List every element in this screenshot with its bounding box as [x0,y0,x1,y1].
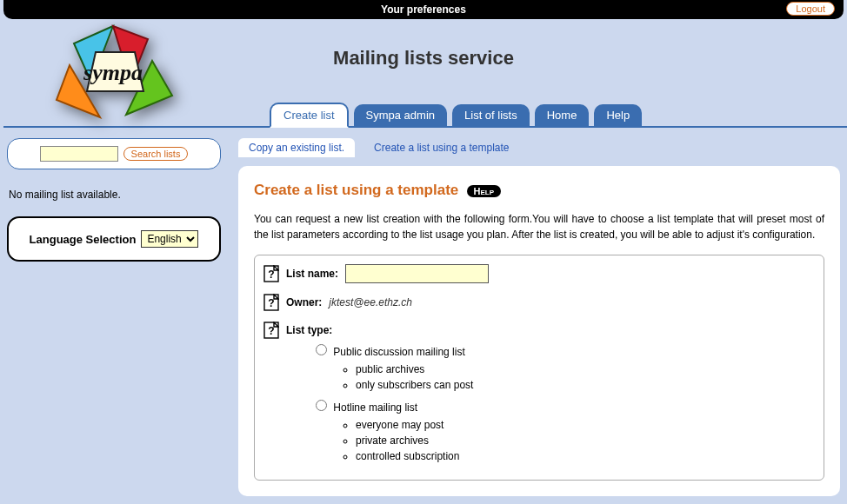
tab-list-of-lists[interactable]: List of lists [452,104,530,126]
help-icon[interactable]: ? [263,322,279,339]
sub-tabs: Copy an existing list. Create a list usi… [238,138,840,157]
svg-text:?: ? [268,269,274,281]
preferences-link[interactable]: Your preferences [381,3,466,16]
list-item: everyone may post [356,419,815,431]
owner-label: Owner: [286,296,322,308]
subtab-create-template[interactable]: Create a list using a template [363,138,519,157]
main-nav: Create list Sympa admin List of lists Ho… [270,103,847,128]
list-name-input[interactable] [345,264,489,283]
help-badge[interactable]: Help [467,185,502,197]
sympa-logo: sympa [43,17,183,142]
list-name-label: List name: [286,268,338,280]
top-bar: Your preferences Logout [3,0,844,19]
tab-home[interactable]: Home [535,104,590,126]
panel-heading: Create a list using a template [254,182,458,198]
svg-text:?: ? [268,297,274,309]
owner-email: jktest@ee.ethz.ch [329,296,412,308]
language-select[interactable]: English [141,230,198,248]
logout-button[interactable]: Logout [786,2,835,16]
list-type-label: List type: [286,324,332,336]
search-button[interactable]: Search lists [123,147,189,161]
intro-text: You can request a new list creation with… [254,211,824,242]
radio-public-label[interactable]: Public discussion mailing list [333,346,464,358]
sidebar: Search lists No mailing list available. … [3,138,221,496]
radio-hotline-label[interactable]: Hotline mailing list [333,401,417,414]
list-item: only subscribers can post [356,379,815,391]
language-box: Language Selection English [7,216,221,262]
tab-help[interactable]: Help [594,104,642,126]
no-list-message: No mailing list available. [7,189,221,201]
tab-create-list[interactable]: Create list [270,103,349,128]
list-item: public archives [356,363,815,375]
tab-sympa-admin[interactable]: Sympa admin [354,104,447,126]
create-panel: Create a list using a template Help You … [238,166,840,496]
help-icon[interactable]: ? [263,265,279,282]
radio-public-discussion[interactable] [316,344,327,355]
main-content: Copy an existing list. Create a list usi… [238,138,844,496]
subtab-copy-list[interactable]: Copy an existing list. [238,138,355,157]
help-icon[interactable]: ? [263,294,279,311]
language-label: Language Selection [30,233,137,246]
list-item: private archives [356,434,815,447]
search-input[interactable] [40,146,118,162]
svg-text:?: ? [268,325,274,337]
search-box: Search lists [7,138,221,169]
radio-hotline[interactable] [316,400,327,411]
svg-text:sympa: sympa [83,60,143,85]
form-area: ? List name: ? Owner: jktest@ee.ethz.ch … [254,255,824,481]
list-item: controlled subscription [356,450,815,462]
